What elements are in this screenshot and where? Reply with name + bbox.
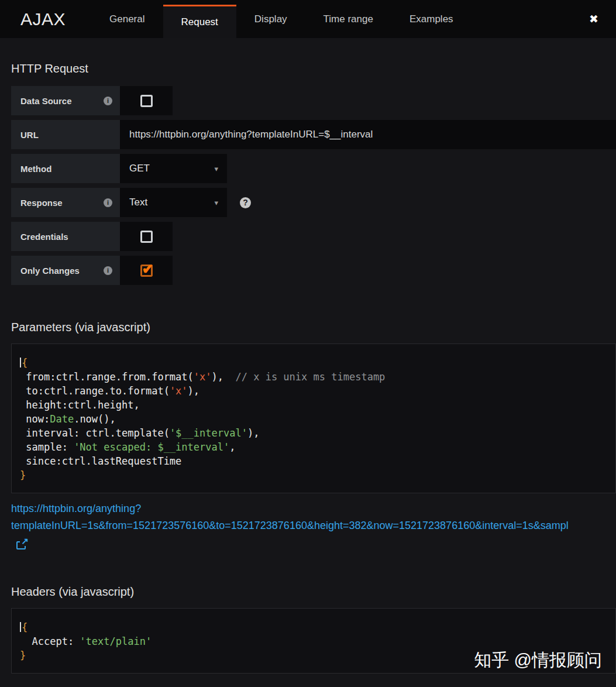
code-line: interval: ctrl.template('$__interval'),	[20, 426, 607, 440]
info-icon: i	[104, 198, 112, 207]
checkbox-unchecked-icon	[140, 95, 153, 107]
response-label-text: Response	[20, 198, 63, 208]
form-row-only-changes: Only Changes i ✔	[11, 256, 616, 285]
info-icon: i	[104, 266, 112, 275]
checkbox-unchecked-icon	[140, 231, 153, 243]
method-select[interactable]: GET ▾	[120, 154, 227, 183]
external-link-icon[interactable]: ↗	[16, 538, 28, 549]
form-row-data-source: Data Source i	[11, 86, 616, 115]
code-line: since:ctrl.lastRequestTime	[20, 454, 607, 468]
url-label: URL	[11, 120, 120, 149]
only-changes-label-text: Only Changes	[20, 266, 80, 276]
code-line: {	[20, 356, 607, 370]
form-row-response: Response i Text ▾ ?	[11, 188, 616, 217]
chevron-down-icon: ▾	[214, 198, 218, 207]
code-line: now:Date.now(),	[20, 412, 607, 426]
parameters-heading: Parameters (via javascript)	[11, 320, 616, 334]
code-line: Accept: 'text/plain'	[20, 634, 607, 648]
code-line: {	[20, 620, 607, 634]
request-url-link-line1[interactable]: https://httpbin.org/anything?	[11, 500, 616, 517]
form-row-method: Method GET ▾	[11, 154, 616, 183]
response-select[interactable]: Text ▾	[120, 188, 227, 217]
editor-body: HTTP Request Data Source i URL Method GE…	[0, 38, 616, 674]
editor-tabs: GeneralRequestDisplayTime rangeExamples	[91, 0, 472, 38]
parameters-section: Parameters (via javascript) { from:ctrl.…	[11, 320, 616, 549]
form-row-url: URL	[11, 120, 616, 149]
headers-heading: Headers (via javascript)	[11, 585, 616, 599]
method-select-value: GET	[129, 163, 150, 174]
code-line: height:ctrl.height,	[20, 398, 607, 412]
text-cursor	[20, 622, 21, 632]
close-icon[interactable]: ✖	[572, 0, 616, 38]
response-label: Response i	[11, 188, 120, 217]
credentials-label-text: Credentials	[20, 232, 68, 242]
info-icon: i	[104, 97, 112, 105]
tab-general[interactable]: General	[91, 0, 163, 38]
http-request-form: Data Source i URL Method GET ▾ Re	[11, 86, 616, 285]
method-label: Method	[11, 154, 120, 183]
url-label-text: URL	[20, 130, 39, 140]
tab-request[interactable]: Request	[163, 5, 236, 38]
data-source-label: Data Source i	[11, 86, 120, 115]
code-line: }	[20, 468, 607, 482]
tab-examples[interactable]: Examples	[391, 0, 472, 38]
method-label-text: Method	[20, 164, 51, 174]
url-input[interactable]	[120, 120, 616, 149]
tab-display[interactable]: Display	[236, 0, 305, 38]
request-url-link-line2[interactable]: templateInURL=1s&from=1521723576160&to=1…	[11, 517, 616, 534]
tab-time-range[interactable]: Time range	[305, 0, 391, 38]
code-line: from:ctrl.range.from.format('x'), // x i…	[20, 370, 607, 384]
panel-title: AJAX	[0, 0, 91, 38]
credentials-label: Credentials	[11, 222, 120, 251]
data-source-label-text: Data Source	[20, 96, 72, 106]
checkmark-icon: ✔	[142, 262, 154, 276]
credentials-checkbox[interactable]	[120, 222, 173, 251]
parameters-code-editor[interactable]: { from:ctrl.range.from.format('x'), // x…	[11, 344, 616, 493]
form-row-credentials: Credentials	[11, 222, 616, 251]
chevron-down-icon: ▾	[214, 164, 218, 173]
data-source-checkbox[interactable]	[120, 86, 173, 115]
help-icon[interactable]: ?	[240, 197, 251, 208]
watermark: 知乎 @情报顾问	[474, 648, 602, 672]
panel-editor-header: AJAX GeneralRequestDisplayTime rangeExam…	[0, 0, 616, 38]
only-changes-checkbox[interactable]: ✔	[120, 256, 173, 285]
code-line: to:ctrl.range.to.format('x'),	[20, 384, 607, 398]
code-line: sample: 'Not escaped: $__interval',	[20, 440, 607, 454]
request-url-link: https://httpbin.org/anything? templateIn…	[11, 500, 616, 534]
text-cursor	[20, 358, 21, 367]
only-changes-label: Only Changes i	[11, 256, 120, 285]
response-select-value: Text	[129, 197, 147, 208]
external-link-arrow: ↗	[20, 537, 29, 546]
http-request-heading: HTTP Request	[11, 61, 616, 75]
checkbox-checked-icon: ✔	[140, 265, 153, 277]
